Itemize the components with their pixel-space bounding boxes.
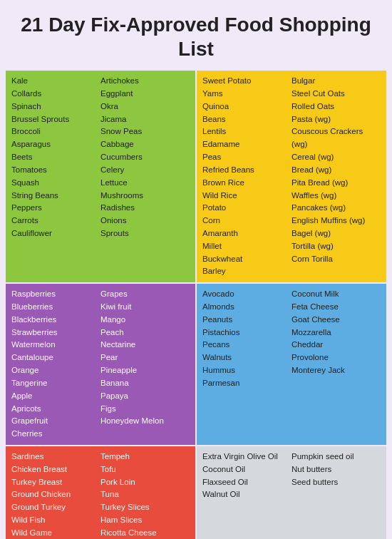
oils-section: Extra Virgin Olive OilCoconut OilFlaxsee… bbox=[197, 446, 386, 539]
list-item: Yams bbox=[202, 88, 292, 101]
list-item: Cantaloupe bbox=[11, 351, 100, 364]
list-item: Wild Game bbox=[11, 527, 100, 539]
page-title: 21 Day Fix-Approved Food Shopping List bbox=[7, 13, 385, 61]
list-item: Apple bbox=[11, 390, 100, 403]
list-item: String Beans bbox=[11, 190, 100, 202]
list-item: Beans bbox=[202, 113, 292, 126]
list-item: Asparagus bbox=[11, 138, 100, 151]
list-item: Pecans bbox=[202, 339, 292, 351]
list-item: Tomatoes bbox=[11, 164, 100, 177]
list-item: Blueberries bbox=[11, 301, 100, 314]
list-item: Apricots bbox=[11, 403, 100, 416]
list-item: Coconut Oil bbox=[202, 463, 292, 476]
vegetables-col1: KaleCollardsSpinachBrussel SproutsBrocco… bbox=[11, 75, 100, 240]
fruits-section: RaspberriesBlueberriesBlackberriesStrawb… bbox=[6, 284, 195, 445]
list-item: Okra bbox=[100, 101, 190, 113]
list-item: Broccoli bbox=[11, 125, 100, 138]
list-item: Feta Cheese bbox=[292, 301, 381, 314]
list-item: Almonds bbox=[202, 301, 292, 314]
list-item: Barley bbox=[202, 265, 292, 278]
list-item: Honeydew Melon bbox=[100, 415, 190, 428]
list-item: Peppers bbox=[11, 202, 100, 215]
list-item: Raspberries bbox=[11, 288, 100, 301]
list-item: Turkey Breast bbox=[11, 476, 100, 489]
list-item: Peach bbox=[100, 327, 190, 339]
list-item: Parmesan bbox=[202, 377, 292, 390]
list-item: Celery bbox=[100, 164, 190, 177]
list-item: Kiwi fruit bbox=[100, 301, 190, 314]
carbs-grid: Sweet PotatoYamsQuinoaBeansLentilsEdamam… bbox=[202, 75, 381, 278]
list-item: Cucumbers bbox=[100, 151, 190, 164]
list-item: Coconut Milk bbox=[292, 288, 381, 301]
list-item: Goat Cheese bbox=[292, 314, 381, 327]
list-item: Nectarine bbox=[100, 339, 190, 351]
list-item: Flaxseed Oil bbox=[202, 476, 292, 489]
list-item: Tempeh bbox=[100, 451, 190, 463]
list-item: Cauliflower bbox=[11, 227, 100, 240]
list-item: Collards bbox=[11, 88, 100, 101]
list-item: Edamame bbox=[202, 138, 292, 151]
list-item: Walnuts bbox=[202, 351, 292, 364]
list-item: Lentils bbox=[202, 125, 292, 138]
vegetables-col2: ArtichokesEggplantOkraJicamaSnow PeasCab… bbox=[100, 75, 190, 240]
list-item: Snow Peas bbox=[100, 125, 190, 138]
proteins-section: SardinesChicken BreastTurkey BreastGroun… bbox=[6, 446, 195, 539]
list-item: Rolled Oats bbox=[292, 101, 381, 113]
list-item: Orange bbox=[11, 364, 100, 377]
list-item: Papaya bbox=[100, 390, 190, 403]
list-item: Kale bbox=[11, 75, 100, 88]
list-item: Bagel (wg) bbox=[292, 227, 381, 240]
list-item: Cereal (wg) bbox=[292, 151, 381, 164]
list-item: Millet bbox=[202, 240, 292, 253]
list-item: Ham Slices bbox=[100, 514, 190, 527]
list-item: Pita Bread (wg) bbox=[292, 177, 381, 190]
healthy-fats-col1: AvocadoAlmondsPeanutsPistachiosPecansWal… bbox=[202, 288, 292, 390]
list-item: Cherries bbox=[11, 428, 100, 441]
list-item: Pineapple bbox=[100, 364, 190, 377]
list-item: Wild Rice bbox=[202, 190, 292, 202]
list-item: Nut butters bbox=[292, 463, 381, 476]
list-item: Buckwheat bbox=[202, 253, 292, 266]
list-item: Waffles (wg) bbox=[292, 190, 381, 202]
list-item: Artichokes bbox=[100, 75, 190, 88]
list-item: Mushrooms bbox=[100, 190, 190, 202]
list-item: Peanuts bbox=[202, 314, 292, 327]
list-item: Cheddar bbox=[292, 339, 381, 351]
oils-grid: Extra Virgin Olive OilCoconut OilFlaxsee… bbox=[202, 451, 381, 501]
list-item: Tangerine bbox=[11, 377, 100, 390]
proteins-col2: TempehTofuPork LoinTunaTurkey SlicesHam … bbox=[100, 451, 190, 539]
list-item: Grapefruit bbox=[11, 415, 100, 428]
list-item: Cabbage bbox=[100, 138, 190, 151]
healthy-fats-col2: Coconut MilkFeta CheeseGoat CheeseMozzar… bbox=[292, 288, 381, 390]
fruits-col1: RaspberriesBlueberriesBlackberriesStrawb… bbox=[11, 288, 100, 441]
list-item: Ground Turkey bbox=[11, 501, 100, 514]
proteins-grid: SardinesChicken BreastTurkey BreastGroun… bbox=[11, 451, 190, 539]
list-item: Spinach bbox=[11, 101, 100, 113]
list-item: Walnut Oil bbox=[202, 488, 292, 501]
list-item: Corn Torilla bbox=[292, 253, 381, 266]
list-item: Sweet Potato bbox=[202, 75, 292, 88]
list-item: English Muffins (wg) bbox=[292, 215, 381, 227]
list-item: Pasta (wg) bbox=[292, 113, 381, 126]
list-item: Ricotta Cheese bbox=[100, 527, 190, 539]
list-item: Turkey Slices bbox=[100, 501, 190, 514]
list-item: Radishes bbox=[100, 202, 190, 215]
list-item: Pumpkin seed oil bbox=[292, 451, 381, 463]
list-item: Bulgar bbox=[292, 75, 381, 88]
vegetables-grid: KaleCollardsSpinachBrussel SproutsBrocco… bbox=[11, 75, 190, 240]
list-item: Hummus bbox=[202, 364, 292, 377]
healthy-fats-section: AvocadoAlmondsPeanutsPistachiosPecansWal… bbox=[197, 284, 386, 445]
list-item: Lettuce bbox=[100, 177, 190, 190]
proteins-col1: SardinesChicken BreastTurkey BreastGroun… bbox=[11, 451, 100, 539]
list-item: Quinoa bbox=[202, 101, 292, 113]
list-item: Eggplant bbox=[100, 88, 190, 101]
list-item: Extra Virgin Olive Oil bbox=[202, 451, 292, 463]
list-item: Brown Rice bbox=[202, 177, 292, 190]
list-item: Pear bbox=[100, 351, 190, 364]
healthy-fats-grid: AvocadoAlmondsPeanutsPistachiosPecansWal… bbox=[202, 288, 381, 390]
list-item: Tuna bbox=[100, 488, 190, 501]
list-item: Wild Fish bbox=[11, 514, 100, 527]
carbs-col1: Sweet PotatoYamsQuinoaBeansLentilsEdamam… bbox=[202, 75, 292, 278]
list-item: Chicken Breast bbox=[11, 463, 100, 476]
list-item: Grapes bbox=[100, 288, 190, 301]
